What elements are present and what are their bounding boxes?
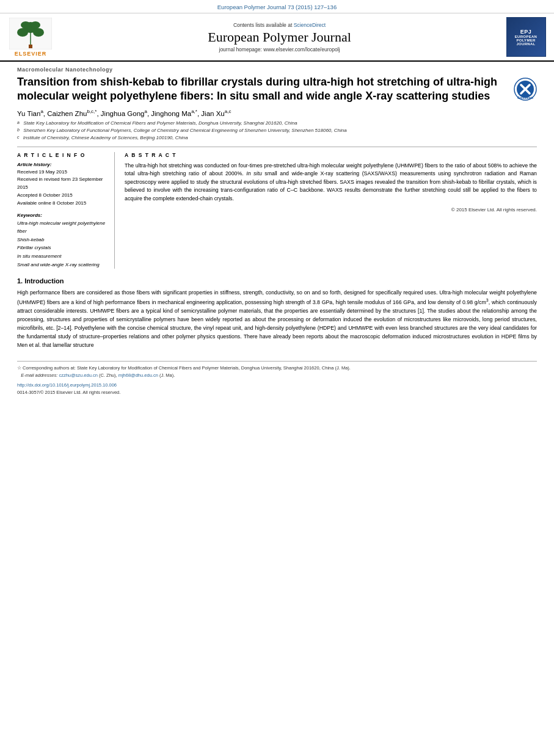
article-info-column: A R T I C L E I N F O Article history: R…: [17, 152, 115, 269]
page: European Polymer Journal 73 (2015) 127–1…: [0, 0, 554, 756]
keyword-3: Fibrillar crystals: [17, 244, 108, 252]
crossmark-icon: CrossMark: [514, 78, 537, 101]
two-column-layout: A R T I C L E I N F O Article history: R…: [17, 147, 537, 269]
elsevier-logo: ELSEVIER: [6, 18, 55, 57]
affiliations-block: a State Key Laboratory for Modification …: [17, 120, 537, 142]
content-area: Macromolecular Nanotechnology Transition…: [0, 62, 554, 401]
affiliation-b: b Shenzhen Key Laboratory of Functional …: [17, 127, 537, 134]
abstract-header: A B S T R A C T: [125, 152, 537, 158]
intro-paragraph: High performance fibers are considered a…: [17, 288, 537, 349]
footer-block: ☆ Corresponding authors at: State Key La…: [17, 361, 537, 397]
journal-right-badge: EPJ EUROPEAN POLYMER JOURNAL: [504, 17, 548, 57]
svg-point-3: [17, 28, 28, 37]
keyword-1: Ultra-high molecular weight polyethylene…: [17, 219, 108, 236]
copyright-line: © 2015 Elsevier Ltd. All rights reserved…: [125, 207, 537, 213]
email1-link[interactable]: czzhu@szu.edu.cn: [59, 373, 97, 378]
keywords-block: Keywords: Ultra-high molecular weight po…: [17, 213, 108, 269]
svg-point-6: [31, 21, 40, 29]
affiliation-c: c Institute of Chemistry, Chinese Academ…: [17, 134, 537, 142]
intro-title: 1. Introduction: [17, 277, 537, 285]
accepted-date: Accepted 8 October 2015: [17, 192, 108, 200]
article-info-header: A R T I C L E I N F O: [17, 152, 108, 158]
top-citation-bar: European Polymer Journal 73 (2015) 127–1…: [0, 0, 554, 13]
epj-badge: EPJ EUROPEAN POLYMER JOURNAL: [506, 17, 546, 57]
section-label: Macromolecular Nanotechnology: [17, 67, 537, 73]
contents-line: Contents lists available at ScienceDirec…: [61, 22, 498, 28]
keyword-5: Small and wide-angle X-ray scattering: [17, 261, 108, 269]
email2-link[interactable]: mjh68@dhu.edu.cn: [118, 373, 158, 378]
doi-line: http://dx.doi.org/10.1016/j.eurpolymj.20…: [17, 382, 537, 389]
article-history: Article history: Received 19 May 2015 Re…: [17, 162, 108, 208]
journal-title: European Polymer Journal: [61, 29, 498, 45]
journal-center: Contents lists available at ScienceDirec…: [61, 22, 498, 53]
keyword-2: Shish-kebab: [17, 236, 108, 244]
svg-point-4: [33, 28, 44, 37]
authors-line: Yu Tiana, Caizhen Zhub,c,*, Jinghua Gong…: [17, 109, 537, 117]
article-title-block: Transition from shish-kebab to fibrillar…: [17, 75, 537, 104]
elsevier-tree-icon: [9, 18, 52, 49]
article-title-text: Transition from shish-kebab to fibrillar…: [17, 75, 508, 104]
abstract-column: A B S T R A C T The ultra-high hot stret…: [125, 152, 537, 269]
received-date: Received 19 May 2015: [17, 169, 108, 176]
corresponding-note: Corresponding authors at: State Key Labo…: [23, 365, 351, 371]
svg-rect-7: [29, 45, 32, 48]
email-line: E-mail addresses: czzhu@szu.edu.cn (C. Z…: [17, 372, 537, 379]
keywords-title: Keywords:: [17, 213, 108, 218]
homepage-line: journal homepage: www.elsevier.com/locat…: [61, 46, 498, 53]
abstract-text: The ultra-high hot stretching was conduc…: [125, 162, 537, 203]
affiliation-a: a State Key Laboratory for Modification …: [17, 120, 537, 127]
available-date: Available online 8 October 2015: [17, 200, 108, 208]
journal-header: ELSEVIER Contents lists available at Sci…: [0, 13, 554, 62]
footnote-sym-line: ☆ Corresponding authors at: State Key La…: [17, 365, 537, 373]
svg-text:CrossMark: CrossMark: [517, 96, 533, 100]
introduction-section: 1. Introduction High performance fibers …: [17, 277, 537, 349]
issn-line: 0014-3057/© 2015 Elsevier Ltd. All right…: [17, 389, 537, 396]
footnote-symbol: ☆: [17, 365, 21, 371]
revised-date: Received in revised form 23 September 20…: [17, 176, 108, 192]
top-citation-text: European Polymer Journal 73 (2015) 127–1…: [217, 4, 337, 10]
elsevier-label: ELSEVIER: [15, 51, 47, 57]
history-title: Article history:: [17, 162, 108, 167]
sciencedirect-link[interactable]: ScienceDirect: [294, 22, 326, 28]
keyword-4: In situ measurement: [17, 252, 108, 261]
svg-point-5: [21, 21, 31, 29]
doi-link[interactable]: http://dx.doi.org/10.1016/j.eurpolymj.20…: [17, 382, 117, 388]
